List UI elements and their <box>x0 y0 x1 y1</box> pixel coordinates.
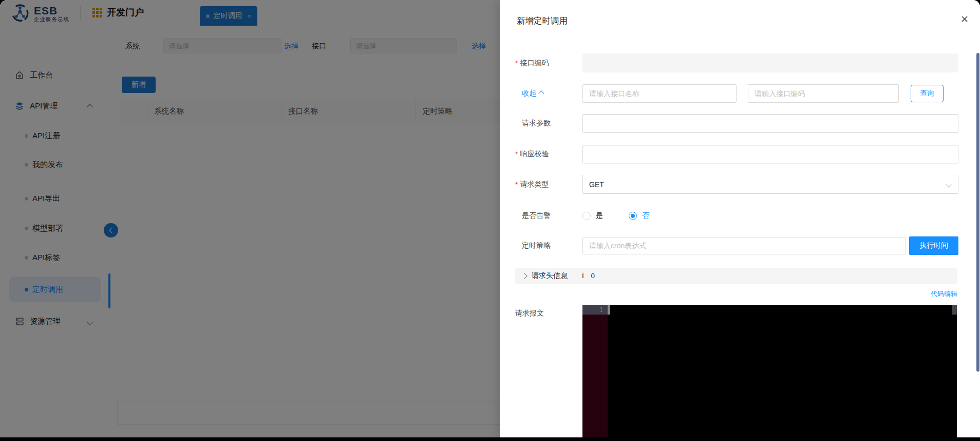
alert-row: 是否告警 是 否 <box>500 207 980 225</box>
chevron-up-icon <box>538 90 544 96</box>
request-headers-section[interactable]: 请求头信息 I 0 <box>515 268 957 284</box>
interface-code-row: * 接口编码 <box>500 53 980 72</box>
interface-name-search-field <box>582 84 737 103</box>
alert-label: 是否告警 <box>515 207 551 225</box>
radio-no[interactable] <box>629 212 637 220</box>
drawer-title: 新增定时调用 <box>517 15 568 27</box>
chevron-right-icon <box>521 273 527 279</box>
collapse-link[interactable]: 收起 <box>522 84 543 103</box>
interface-code-label: * 接口编码 <box>515 53 549 72</box>
required-mark: * <box>515 59 518 67</box>
request-params-label: 请求参数 <box>515 114 551 133</box>
response-check-label: * 响应校验 <box>515 145 549 163</box>
cron-row: 定时策略 执行时间 <box>500 237 980 254</box>
cron-label: 定时策略 <box>515 237 551 254</box>
interface-code-search-field <box>748 84 899 103</box>
exec-time-button[interactable]: 执行时间 <box>909 236 958 255</box>
request-type-row: * 请求类型 GET <box>500 175 980 194</box>
interface-code-input[interactable] <box>582 53 958 72</box>
drawer-scrollbar-thumb[interactable] <box>976 53 979 372</box>
editor-cursor <box>608 305 610 315</box>
radio-no-label[interactable]: 否 <box>642 211 649 220</box>
interface-search-row: 收起 查询 <box>500 84 980 103</box>
required-mark: * <box>515 150 518 158</box>
request-body-label: 请求报文 <box>515 309 544 318</box>
code-edit-link[interactable]: 代码编辑 <box>931 289 957 299</box>
cron-input[interactable] <box>583 237 906 254</box>
required-mark: * <box>515 180 518 189</box>
request-type-select[interactable]: GET <box>582 175 958 194</box>
request-type-label: * 请求类型 <box>515 175 549 194</box>
request-params-input[interactable] <box>582 114 958 133</box>
cron-field <box>582 237 906 254</box>
chevron-down-icon <box>946 181 951 187</box>
editor-gutter: 1 <box>582 305 608 441</box>
radio-yes-label[interactable]: 是 <box>596 211 603 220</box>
request-body-code-editor[interactable]: 1 <box>582 305 957 441</box>
editor-line-number: 1 <box>582 305 608 315</box>
query-button[interactable]: 查询 <box>911 85 944 102</box>
close-icon[interactable]: ✕ <box>960 14 969 24</box>
editor-scrollbar-thumb <box>952 305 957 315</box>
request-params-row: 请求参数 <box>500 114 980 133</box>
request-headers-label: 请求头信息 <box>532 271 568 281</box>
response-check-row: * 响应校验 <box>500 145 980 163</box>
drawer-add-scheduled-call: 新增定时调用 ✕ * 接口编码 收起 查询 <box>500 0 980 441</box>
request-headers-count: I 0 <box>582 272 595 280</box>
interface-code-search-input[interactable] <box>748 85 898 102</box>
app-window: ESB 企业服务总线 开发门户 定时调用 × 工作台 <box>0 0 980 441</box>
response-check-input[interactable] <box>582 145 958 163</box>
alert-radio-group: 是 否 <box>582 207 649 225</box>
radio-yes[interactable] <box>582 212 591 220</box>
window-bottom-strip <box>0 437 980 441</box>
interface-name-search-input[interactable] <box>583 85 736 102</box>
